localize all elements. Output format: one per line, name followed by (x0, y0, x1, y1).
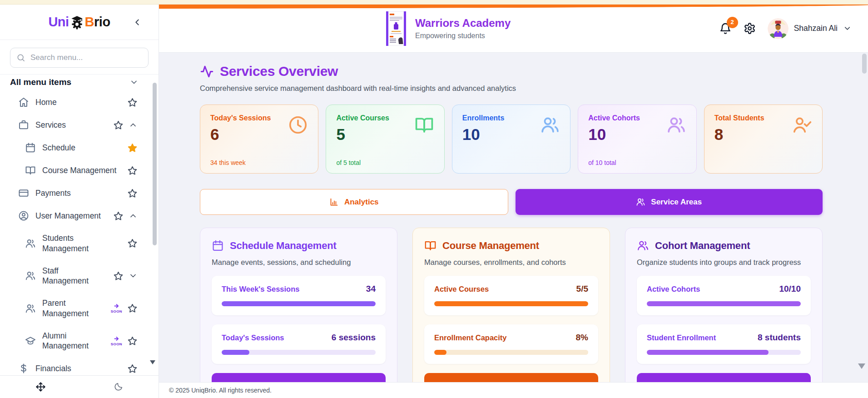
academy-text: Warriors Academy Empowering students (415, 17, 511, 40)
chevron-down-icon[interactable] (129, 271, 138, 280)
sidebar-item-financials[interactable]: Financials (0, 357, 159, 375)
sidebar-menu: HomeServicesScheduleCourse ManagementPay… (0, 89, 159, 375)
sidebar-item-label: Schedule (42, 143, 121, 153)
sidebar-item-schedule[interactable]: Schedule (0, 136, 159, 159)
sidebar-scrollbar-thumb[interactable] (153, 83, 157, 245)
academy-name: Warriors Academy (415, 17, 511, 30)
sidebar-item-home[interactable]: Home (0, 91, 159, 114)
sidebar-item-controls (113, 271, 138, 281)
favorite-star-icon[interactable] (127, 363, 138, 374)
sidebar-item-students-management[interactable]: Students Management (0, 227, 159, 260)
chevron-up-icon[interactable] (129, 120, 138, 129)
favorite-star-icon[interactable] (113, 211, 124, 221)
activity-icon (200, 65, 214, 79)
favorite-star-icon[interactable] (127, 238, 138, 249)
footer: © 2025 UniqBrio. All rights reserved. (159, 382, 868, 398)
progress-bar (222, 301, 376, 306)
sidebar-collapse-button[interactable] (132, 17, 142, 27)
metric-value: 6 sessions (332, 333, 376, 343)
calendar-icon (212, 239, 224, 252)
soon-badge: SOON (111, 336, 122, 346)
uniqbrio-logo: Uni (48, 14, 110, 30)
clock-icon (288, 115, 308, 135)
window-scroll-down-indicator (858, 363, 865, 369)
academy-block: Warriors Academy Empowering students (386, 11, 511, 46)
card-action-button[interactable] (637, 373, 811, 382)
sidebar-item-payments[interactable]: Payments (0, 182, 159, 204)
page-title-row: Services Overview (200, 64, 823, 79)
sidebar-item-course-management[interactable]: Course Management (0, 159, 159, 182)
card-cohort-management: Cohort ManagementOrganize students into … (625, 228, 823, 382)
favorite-star-icon[interactable] (127, 303, 138, 313)
sidebar-item-user-management[interactable]: User Management (0, 204, 159, 227)
window-scrollbar-thumb[interactable] (862, 54, 867, 74)
sidebar: Uni (0, 5, 159, 398)
progress-fill (434, 301, 588, 306)
chevron-up-icon[interactable] (129, 211, 138, 220)
favorite-star-icon[interactable] (127, 97, 138, 108)
card-header: Course Management (424, 239, 598, 252)
card-title: Schedule Management (230, 240, 337, 252)
user-menu[interactable]: Shahzain Ali (768, 18, 852, 39)
metric-value: 10/10 (779, 284, 801, 294)
metric-value: 8% (576, 333, 588, 343)
favorite-star-icon[interactable] (127, 188, 138, 199)
sidebar-item-label: Course Management (42, 165, 121, 176)
chevron-down-icon (843, 24, 852, 33)
progress-bar (222, 350, 376, 355)
moon-icon[interactable] (114, 382, 123, 392)
card-title: Course Management (442, 240, 539, 252)
progress-bar (434, 301, 588, 306)
top-header: Warriors Academy Empowering students 2 (159, 5, 868, 53)
briefcase-icon (18, 119, 29, 130)
arrow-right-icon (113, 303, 120, 309)
users-icon (25, 303, 36, 314)
metric-value: 8 students (758, 333, 801, 343)
sidebar-item-controls (127, 143, 138, 153)
sidebar-item-controls: SOON (111, 336, 138, 346)
progress-bar (647, 301, 801, 306)
menu-section-header[interactable]: All menu items (0, 74, 159, 89)
analytics-button[interactable]: Analytics (200, 189, 508, 215)
card-action-button[interactable] (212, 373, 386, 382)
sidebar-item-label: Alumni Management (42, 331, 104, 352)
move-icon[interactable] (35, 382, 46, 392)
progress-fill (434, 350, 446, 355)
sidebar-item-controls (113, 120, 138, 130)
card-action-button[interactable] (424, 373, 598, 382)
stat-card-today-s-sessions: Today's Sessions634 this week (200, 104, 318, 174)
users-icon (25, 270, 36, 281)
sidebar-item-parent-management[interactable]: Parent ManagementSOON (0, 292, 159, 325)
bell-icon[interactable]: 2 (719, 22, 732, 35)
favorite-star-icon[interactable] (113, 120, 124, 130)
arrow-right-icon (113, 336, 120, 342)
stat-subtext: of 10 total (588, 159, 616, 166)
service-areas-button[interactable]: Service Areas (516, 189, 823, 215)
progress-bar (647, 350, 801, 355)
favorite-star-icon[interactable] (127, 165, 138, 176)
sidebar-item-staff-management[interactable]: Staff Management (0, 260, 159, 293)
sidebar-item-controls (127, 165, 138, 176)
favorite-star-icon[interactable] (127, 336, 138, 346)
sidebar-search (10, 48, 149, 68)
progress-fill (222, 350, 249, 355)
notification-badge: 2 (727, 17, 738, 28)
sidebar-item-label: Services (35, 120, 107, 130)
sidebar-item-label: Financials (35, 363, 121, 374)
logo-text-rio: rio (94, 15, 110, 30)
sidebar-item-alumni-management[interactable]: Alumni ManagementSOON (0, 325, 159, 358)
header-actions: 2 Shahzain Ali (719, 18, 868, 39)
logo-text-b: B (85, 15, 94, 30)
card-title: Cohort Management (655, 240, 750, 252)
users-icon (540, 115, 560, 135)
gear-icon[interactable] (744, 22, 756, 35)
search-input[interactable] (10, 48, 149, 68)
card-header: Schedule Management (212, 239, 386, 252)
progress-fill (647, 350, 769, 355)
stat-card-enrollments: Enrollments10 (452, 104, 570, 174)
favorite-star-icon[interactable] (113, 271, 124, 281)
favorite-star-icon[interactable] (127, 143, 138, 153)
sidebar-item-services[interactable]: Services (0, 114, 159, 136)
main-content: Services Overview Comprehensive service … (159, 53, 868, 382)
menu-section-label: All menu items (10, 77, 129, 87)
